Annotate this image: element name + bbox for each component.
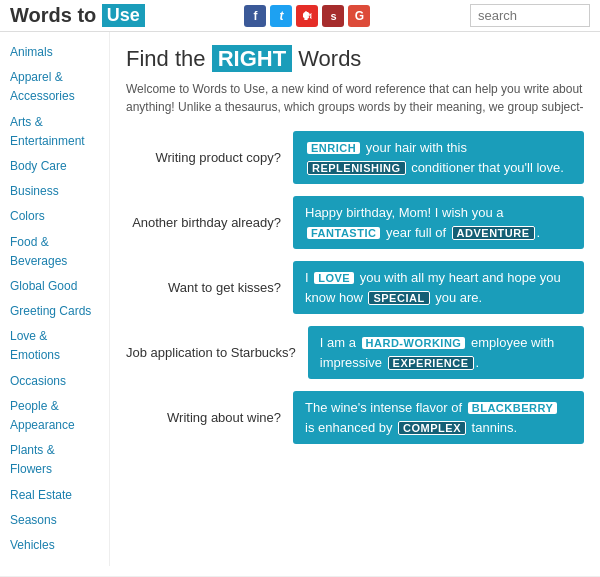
example-label: Want to get kisses? bbox=[126, 280, 281, 295]
title-highlight: RIGHT bbox=[212, 45, 292, 72]
search-input[interactable] bbox=[470, 4, 590, 27]
example-label: Writing about wine? bbox=[126, 410, 281, 425]
sidebar-item[interactable]: Global Good bbox=[0, 274, 109, 299]
page-title: Find the RIGHT Words bbox=[126, 46, 584, 72]
example-sentence: ENRICH your hair with this REPLENISHING … bbox=[293, 131, 584, 184]
word-highlight-white[interactable]: LOVE bbox=[314, 272, 354, 284]
sidebar-item[interactable]: Food & Beverages bbox=[0, 230, 109, 274]
example-card: Job application to Starbucks? I am a HAR… bbox=[126, 326, 584, 379]
example-label: Job application to Starbucks? bbox=[126, 345, 296, 360]
sidebar-item[interactable]: Occasions bbox=[0, 369, 109, 394]
sidebar-item[interactable]: Animals bbox=[0, 40, 109, 65]
logo: Words to Use bbox=[10, 4, 145, 27]
sidebar-item[interactable]: Love & Emotions bbox=[0, 324, 109, 368]
logo-words: Words to bbox=[10, 4, 96, 27]
social-icons: f t 🗣 s G bbox=[244, 5, 370, 27]
sidebar-item[interactable]: Real Estate bbox=[0, 483, 109, 508]
example-card: Want to get kisses? I LOVE you with all … bbox=[126, 261, 584, 314]
sidebar-item[interactable]: Business bbox=[0, 179, 109, 204]
word-highlight-dark[interactable]: EXPERIENCE bbox=[388, 356, 474, 370]
sidebar-item[interactable]: People & Appearance bbox=[0, 394, 109, 438]
example-sentence: Happy birthday, Mom! I wish you a FANTAS… bbox=[293, 196, 584, 249]
sidebar-item[interactable]: Body Care bbox=[0, 154, 109, 179]
word-highlight-dark[interactable]: ADVENTURE bbox=[452, 226, 535, 240]
stumbleupon-icon[interactable]: s bbox=[322, 5, 344, 27]
word-highlight-dark[interactable]: COMPLEX bbox=[398, 421, 466, 435]
example-label: Another birthday already? bbox=[126, 215, 281, 230]
facebook-icon[interactable]: f bbox=[244, 5, 266, 27]
sidebar-item[interactable]: Apparel & Accessories bbox=[0, 65, 109, 109]
sidebar-item[interactable]: Arts & Entertainment bbox=[0, 110, 109, 154]
example-label: Writing product copy? bbox=[126, 150, 281, 165]
logo-use: Use bbox=[102, 4, 145, 27]
word-highlight-dark[interactable]: REPLENISHING bbox=[307, 161, 406, 175]
example-card: Writing about wine? The wine's intense f… bbox=[126, 391, 584, 444]
example-card: Writing product copy? ENRICH your hair w… bbox=[126, 131, 584, 184]
layout: AnimalsApparel & AccessoriesArts & Enter… bbox=[0, 32, 600, 566]
intro-text: Welcome to Words to Use, a new kind of w… bbox=[126, 80, 584, 115]
word-highlight-white[interactable]: BLACKBERRY bbox=[468, 402, 558, 414]
header: Words to Use f t 🗣 s G bbox=[0, 0, 600, 32]
word-highlight-dark[interactable]: SPECIAL bbox=[368, 291, 429, 305]
sidebar-item[interactable]: Vehicles bbox=[0, 533, 109, 558]
sidebar-item[interactable]: Seasons bbox=[0, 508, 109, 533]
examples-container: Writing product copy? ENRICH your hair w… bbox=[126, 131, 584, 444]
word-highlight-white[interactable]: FANTASTIC bbox=[307, 227, 380, 239]
sidebar-item[interactable]: Plants & Flowers bbox=[0, 438, 109, 482]
main-content: Find the RIGHT Words Welcome to Words to… bbox=[110, 32, 600, 566]
example-sentence: The wine's intense flavor of BLACKBERRY … bbox=[293, 391, 584, 444]
example-card: Another birthday already? Happy birthday… bbox=[126, 196, 584, 249]
example-sentence: I am a HARD-WORKING employee with impres… bbox=[308, 326, 584, 379]
sidebar-item[interactable]: Greeting Cards bbox=[0, 299, 109, 324]
reddit-icon[interactable]: 🗣 bbox=[296, 5, 318, 27]
sidebar-item[interactable]: Colors bbox=[0, 204, 109, 229]
google-icon[interactable]: G bbox=[348, 5, 370, 27]
word-highlight-white[interactable]: ENRICH bbox=[307, 142, 360, 154]
twitter-icon[interactable]: t bbox=[270, 5, 292, 27]
word-highlight-white[interactable]: HARD-WORKING bbox=[362, 337, 466, 349]
sidebar: AnimalsApparel & AccessoriesArts & Enter… bbox=[0, 32, 110, 566]
example-sentence: I LOVE you with all my heart and hope yo… bbox=[293, 261, 584, 314]
